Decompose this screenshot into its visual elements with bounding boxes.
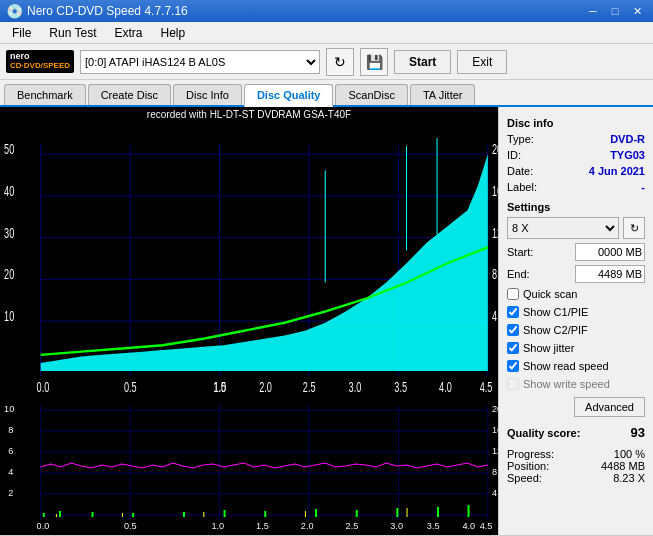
svg-text:2.0: 2.0: [259, 379, 272, 395]
show-c1-label: Show C1/PIE: [523, 306, 588, 318]
progress-section: Progress: 100 % Position: 4488 MB Speed:…: [507, 448, 645, 484]
svg-text:1.5: 1.5: [213, 379, 226, 395]
drive-select[interactable]: [0:0] ATAPI iHAS124 B AL0S: [80, 50, 320, 74]
svg-text:4.0: 4.0: [462, 521, 475, 531]
app-title: Nero CD-DVD Speed 4.7.7.16: [27, 4, 188, 18]
refresh-button[interactable]: ↻: [326, 48, 354, 76]
svg-rect-70: [91, 512, 93, 517]
speed-row-progress: Speed: 8.23 X: [507, 472, 645, 484]
tab-create-disc[interactable]: Create Disc: [88, 84, 171, 105]
start-mb-row: Start:: [507, 243, 645, 261]
svg-text:40: 40: [4, 183, 14, 200]
svg-text:2: 2: [8, 488, 13, 498]
svg-text:8: 8: [492, 266, 497, 283]
progress-value: 100 %: [614, 448, 645, 460]
svg-text:6: 6: [8, 446, 13, 456]
tab-benchmark[interactable]: Benchmark: [4, 84, 86, 105]
svg-text:0.5: 0.5: [124, 379, 137, 395]
svg-rect-71: [132, 513, 134, 517]
disc-label-label: Label:: [507, 181, 537, 193]
svg-rect-74: [264, 511, 266, 517]
menu-extra[interactable]: Extra: [106, 23, 150, 43]
disc-id-label: ID:: [507, 149, 521, 161]
disc-date-label: Date:: [507, 165, 533, 177]
svg-text:20: 20: [4, 266, 14, 283]
advanced-button[interactable]: Advanced: [574, 397, 645, 417]
start-input[interactable]: [575, 243, 645, 261]
svg-text:8: 8: [8, 425, 13, 435]
progress-label: Progress:: [507, 448, 554, 460]
show-c2-label: Show C2/PIF: [523, 324, 588, 336]
quick-scan-checkbox[interactable]: [507, 288, 519, 300]
svg-text:2.5: 2.5: [346, 521, 359, 531]
svg-text:2.0: 2.0: [301, 521, 314, 531]
title-bar-left: 💿 Nero CD-DVD Speed 4.7.7.16: [6, 3, 188, 19]
svg-text:10: 10: [4, 404, 14, 414]
position-row: Position: 4488 MB: [507, 460, 645, 472]
disc-date-row: Date: 4 Jun 2021: [507, 165, 645, 177]
svg-rect-82: [203, 512, 204, 517]
svg-text:4.0: 4.0: [439, 379, 452, 395]
svg-text:50: 50: [4, 141, 14, 158]
menu-run-test[interactable]: Run Test: [41, 23, 104, 43]
svg-text:12: 12: [492, 224, 498, 241]
svg-text:1.5: 1.5: [256, 521, 269, 531]
svg-text:4: 4: [492, 308, 497, 325]
speed-label: Speed:: [507, 472, 542, 484]
svg-rect-72: [183, 512, 185, 517]
svg-rect-68: [43, 513, 45, 517]
show-c2-checkbox[interactable]: [507, 324, 519, 336]
exit-button[interactable]: Exit: [457, 50, 507, 74]
title-bar: 💿 Nero CD-DVD Speed 4.7.7.16 ─ □ ✕: [0, 0, 653, 22]
minimize-button[interactable]: ─: [583, 3, 603, 19]
disc-type-value: DVD-R: [610, 133, 645, 145]
svg-text:16: 16: [492, 425, 498, 435]
quality-score-label: Quality score:: [507, 427, 580, 439]
position-value: 4488 MB: [601, 460, 645, 472]
svg-text:3.5: 3.5: [427, 521, 440, 531]
show-write-speed-row: Show write speed: [507, 378, 645, 390]
progress-row: Progress: 100 %: [507, 448, 645, 460]
start-button[interactable]: Start: [394, 50, 451, 74]
svg-rect-77: [396, 508, 398, 517]
speed-refresh-button[interactable]: ↻: [623, 217, 645, 239]
position-label: Position:: [507, 460, 549, 472]
show-jitter-checkbox[interactable]: [507, 342, 519, 354]
tab-scan-disc[interactable]: ScanDisc: [335, 84, 407, 105]
chart-area: recorded with HL-DT-ST DVDRAM GSA-T40F 5…: [0, 107, 498, 535]
menu-file[interactable]: File: [4, 23, 39, 43]
tab-bar: Benchmark Create Disc Disc Info Disc Qua…: [0, 80, 653, 107]
maximize-button[interactable]: □: [605, 3, 625, 19]
svg-text:4.5: 4.5: [480, 379, 493, 395]
start-label: Start:: [507, 246, 533, 258]
svg-text:1.0: 1.0: [211, 521, 224, 531]
show-read-speed-checkbox[interactable]: [507, 360, 519, 372]
speed-select[interactable]: 8 X 4 X 2 X Max: [507, 217, 619, 239]
svg-rect-73: [224, 510, 226, 517]
disc-type-row: Type: DVD-R: [507, 133, 645, 145]
show-c1-checkbox[interactable]: [507, 306, 519, 318]
svg-text:0.0: 0.0: [37, 379, 50, 395]
svg-rect-75: [315, 509, 317, 517]
svg-text:16: 16: [492, 183, 498, 200]
show-write-speed-checkbox[interactable]: [507, 378, 519, 390]
disc-type-label: Type:: [507, 133, 534, 145]
settings-title: Settings: [507, 201, 645, 213]
svg-rect-83: [305, 511, 306, 517]
svg-text:20: 20: [492, 141, 498, 158]
menu-help[interactable]: Help: [153, 23, 194, 43]
speed-value: 8.23 X: [613, 472, 645, 484]
svg-text:3.0: 3.0: [349, 379, 362, 395]
quality-score-value: 93: [631, 425, 645, 440]
tab-disc-info[interactable]: Disc Info: [173, 84, 242, 105]
disc-id-value: TYG03: [610, 149, 645, 161]
show-read-speed-row: Show read speed: [507, 360, 645, 372]
tab-ta-jitter[interactable]: TA Jitter: [410, 84, 476, 105]
svg-marker-32: [41, 154, 488, 371]
close-button[interactable]: ✕: [627, 3, 647, 19]
end-input[interactable]: [575, 265, 645, 283]
tab-disc-quality[interactable]: Disc Quality: [244, 84, 334, 107]
save-button[interactable]: 💾: [360, 48, 388, 76]
show-c1-row: Show C1/PIE: [507, 306, 645, 318]
menu-bar: File Run Test Extra Help: [0, 22, 653, 44]
